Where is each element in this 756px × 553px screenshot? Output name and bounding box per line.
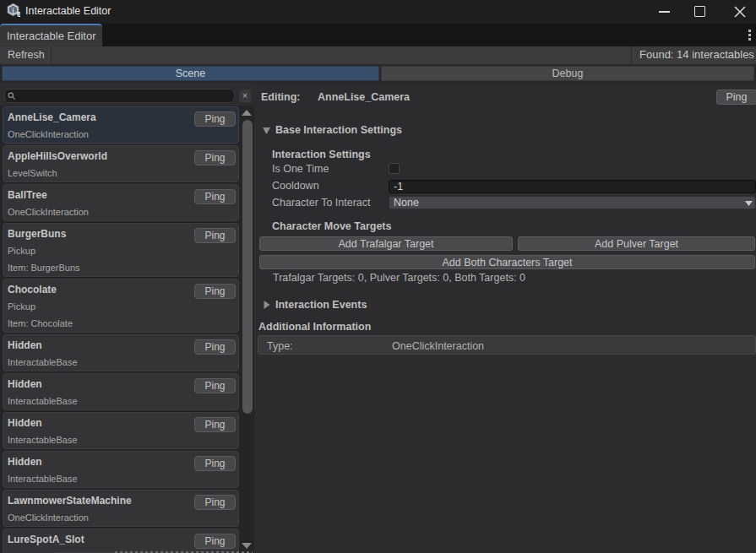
- svg-text:6: 6: [17, 9, 20, 18]
